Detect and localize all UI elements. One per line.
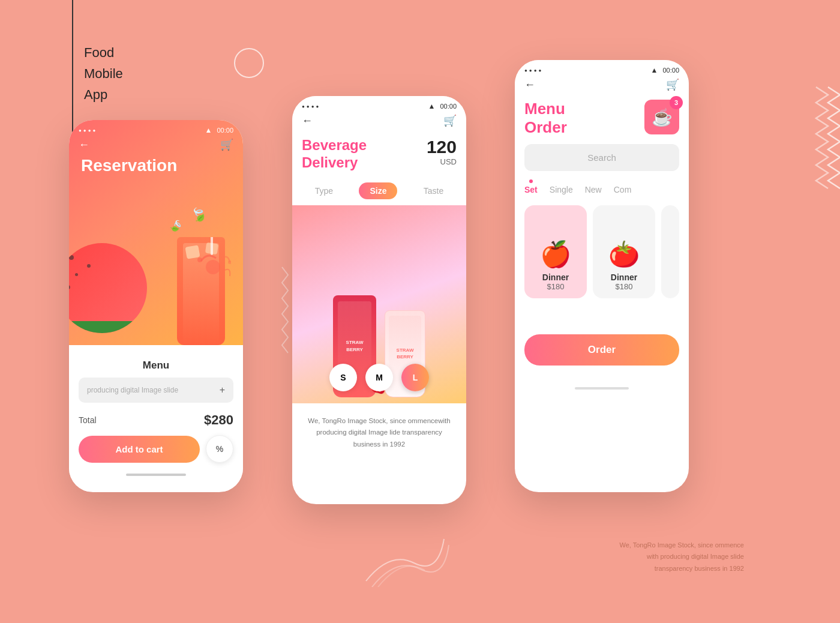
total-label: Total (79, 415, 97, 425)
back-button-p1[interactable]: ← (79, 139, 89, 151)
tab-size[interactable]: Size (359, 182, 397, 199)
back-button-p2[interactable]: ← (302, 115, 313, 127)
total-row: Total $280 (79, 412, 233, 428)
wifi-icon-p3: ▲ (651, 66, 658, 74)
price-currency: USD (427, 157, 457, 166)
food-card-2-name: Dinner (611, 272, 637, 282)
wifi-icon-p2: ▲ (428, 102, 436, 110)
cart-badge: 3 (670, 96, 683, 109)
price-number: 120 (427, 137, 457, 157)
food-card-3-partial (661, 205, 679, 298)
zigzag-decoration-right (786, 84, 840, 198)
curved-decoration-bottom (360, 503, 450, 587)
discount-button[interactable]: % (206, 435, 233, 463)
order-button[interactable]: Order (524, 334, 679, 366)
home-indicator-p1 (79, 463, 233, 483)
category-new[interactable]: New (585, 185, 602, 194)
menu-label-p1: Menu (79, 360, 233, 372)
size-l-button[interactable]: L (401, 364, 429, 391)
svg-point-2 (228, 260, 231, 264)
total-amount: $280 (204, 412, 233, 428)
category-set[interactable]: Set (524, 179, 538, 194)
phone-1-reservation: ● ● ● ● ▲ 00:00 ← 🛒 Reservation (69, 120, 243, 492)
food-cards-grid: 🍎 Dinner $180 🍅 Dinner $180 (515, 200, 689, 303)
title-line-app: App (84, 84, 123, 105)
home-indicator-p3 (515, 378, 689, 396)
beverage-description: We, TongRo Image Stock, since ommencewit… (302, 415, 457, 451)
title-line-mobile: Mobile (84, 63, 123, 84)
size-m-button[interactable]: M (365, 364, 393, 391)
category-combo[interactable]: Com (614, 185, 632, 194)
phone-2-beverage: ● ● ● ● ▲ 00:00 ← 🛒 BeverageDelivery 120… (292, 96, 466, 504)
menu-order-title: Menu (524, 100, 567, 118)
reservation-title: Reservation (81, 156, 177, 175)
menu-input-row[interactable]: producing digital Image slide + (79, 378, 233, 403)
food-card-2[interactable]: 🍅 Dinner $180 (593, 205, 655, 298)
tab-taste[interactable]: Taste (424, 186, 443, 196)
food-card-2-price: $180 (616, 282, 633, 291)
cart-button-p2[interactable]: 🛒 (443, 114, 457, 127)
svg-point-0 (206, 260, 220, 274)
phone-1-bottom-content: Menu producing digital Image slide + Tot… (69, 345, 243, 492)
add-to-cart-button[interactable]: Add to cart (79, 436, 200, 463)
wifi-icon: ▲ (205, 126, 212, 134)
bottom-description-text: We, TongRo Image Stock, since ommence wi… (620, 540, 744, 575)
title-line-food: Food (84, 42, 123, 63)
battery-status-p1: 00:00 (217, 127, 233, 134)
food-card-1-price: $180 (547, 282, 565, 291)
phone-2-description-area: We, TongRo Image Stock, since ommencewit… (292, 403, 466, 463)
battery-status-p3: 00:00 (662, 67, 679, 74)
decorative-vertical-line (72, 0, 73, 132)
battery-status-p2: 00:00 (440, 103, 457, 110)
menu-order-subtitle: Order (524, 118, 567, 137)
food-card-1-name: Dinner (542, 272, 569, 282)
cart-button-p3[interactable]: 🛒 (666, 78, 679, 91)
input-placeholder-p1: producing digital Image slide (87, 386, 178, 394)
tab-type[interactable]: Type (315, 186, 333, 196)
title-block: Food Mobile App (84, 42, 123, 106)
svg-point-1 (197, 257, 202, 262)
beverage-title: BeverageDelivery (302, 137, 367, 172)
decorative-circle (234, 48, 264, 78)
coffee-cup-container: ☕ 3 (644, 100, 679, 134)
back-button-p3[interactable]: ← (524, 79, 535, 91)
category-single[interactable]: Single (550, 185, 573, 194)
cart-button-p1[interactable]: 🛒 (220, 138, 233, 151)
add-item-button[interactable]: + (220, 385, 225, 396)
order-btn-area: Order (515, 327, 689, 378)
action-row: Add to cart % (79, 435, 233, 463)
search-bar[interactable]: Search (524, 144, 679, 171)
size-s-button[interactable]: S (329, 364, 357, 391)
food-card-1[interactable]: 🍎 Dinner $180 (524, 205, 587, 298)
phone-3-menu-order: ● ● ● ● ▲ 00:00 ← 🛒 Menu Order ☕ 3 Searc… (515, 60, 689, 492)
